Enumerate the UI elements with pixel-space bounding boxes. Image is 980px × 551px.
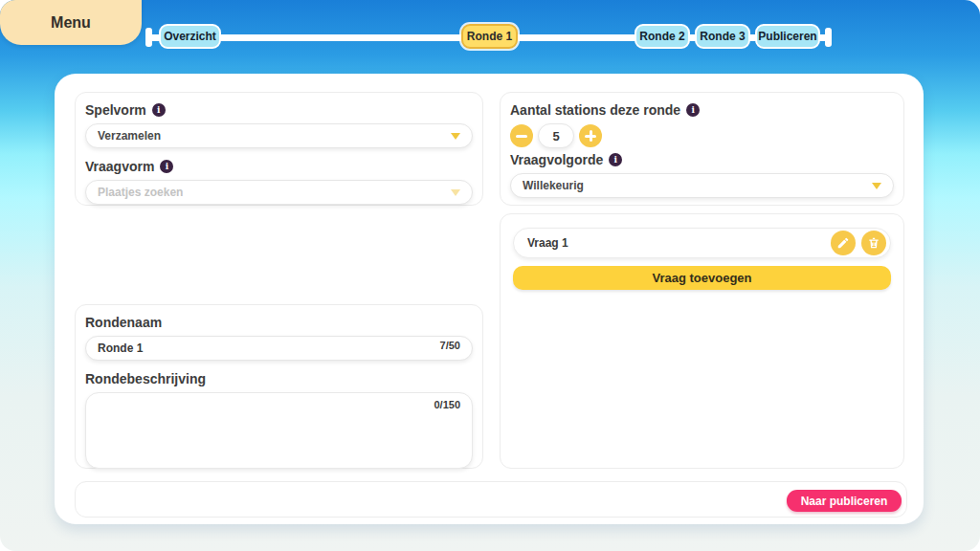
tab-ronde-1[interactable]: Ronde 1 — [461, 24, 518, 49]
tab-ronde-2[interactable]: Ronde 2 — [635, 24, 690, 49]
plus-button[interactable] — [579, 124, 602, 147]
rondenaam-field-wrap: 7/50 — [85, 336, 473, 361]
spelvorm-value: Verzamelen — [98, 129, 161, 143]
chevron-down-icon — [872, 183, 881, 189]
stepper-end-cap — [825, 28, 832, 47]
chevron-down-icon — [451, 133, 460, 140]
stations-stepper — [510, 123, 894, 148]
vraagvorm-label: Vraagvorm — [85, 159, 473, 174]
tab-ronde-3[interactable]: Ronde 3 — [695, 24, 750, 49]
spelvorm-label: Spelvorm — [85, 102, 473, 118]
vraagvorm-select: Plaatjes zoeken — [85, 180, 473, 205]
info-icon[interactable] — [686, 103, 700, 117]
rondenaam-counter: 7/50 — [440, 337, 460, 351]
rondebeschrijving-field-wrap: 0/150 — [85, 392, 473, 469]
main-card: Spelvorm Verzamelen Vraagvorm Plaatjes z… — [55, 74, 924, 524]
spelvorm-label-text: Spelvorm — [85, 102, 146, 118]
vraagvolgorde-label-text: Vraagvolgorde — [510, 152, 603, 167]
vraagvorm-label-text: Vraagvorm — [85, 159, 154, 174]
question-row[interactable]: Vraag 1 — [513, 228, 891, 258]
info-icon[interactable] — [609, 153, 622, 166]
aantal-stations-label-text: Aantal stations deze ronde — [510, 102, 680, 118]
rondebeschrijving-label-text: Rondebeschrijving — [85, 371, 206, 386]
stations-count-input[interactable] — [538, 123, 574, 148]
rondebeschrijving-counter: 0/150 — [434, 399, 460, 410]
vraagvolgorde-value: Willekeurig — [523, 179, 584, 192]
rondenaam-label: Rondenaam — [85, 315, 473, 330]
delete-question-button[interactable] — [861, 231, 886, 255]
minus-button[interactable] — [510, 124, 533, 147]
info-icon[interactable] — [160, 160, 173, 173]
vraagvolgorde-select[interactable]: Willekeurig — [510, 173, 894, 198]
rondenaam-label-text: Rondenaam — [85, 315, 162, 330]
tab-publiceren[interactable]: Publiceren — [755, 24, 820, 49]
aantal-stations-label: Aantal stations deze ronde — [510, 102, 894, 118]
tab-overzicht[interactable]: Overzicht — [159, 24, 221, 49]
spelvorm-select[interactable]: Verzamelen — [85, 123, 473, 148]
footer-bar: Naar publiceren — [75, 481, 907, 518]
rondebeschrijving-input[interactable] — [98, 399, 430, 462]
add-question-button[interactable]: Vraag toevoegen — [513, 266, 891, 290]
question-title: Vraag 1 — [527, 236, 825, 250]
rondenaam-input[interactable] — [98, 342, 433, 355]
naar-publiceren-button[interactable]: Naar publiceren — [787, 490, 902, 512]
vraagvorm-value: Plaatjes zoeken — [98, 186, 183, 199]
questions-panel: Vraag 1 Vraag toevoegen — [500, 213, 904, 469]
round-settings-panel: Aantal stations deze ronde Vraagvolgorde… — [500, 92, 904, 206]
rondebeschrijving-label: Rondebeschrijving — [85, 371, 473, 386]
menu-button-label: Menu — [51, 14, 91, 32]
vraagvolgorde-label: Vraagvolgorde — [510, 152, 894, 167]
edit-question-button[interactable] — [831, 231, 856, 255]
stepper-start-cap — [145, 28, 152, 47]
pencil-icon — [836, 236, 850, 250]
game-form-panel: Spelvorm Verzamelen Vraagvorm Plaatjes z… — [75, 92, 483, 206]
app-screen: Menu Overzicht Ronde 1 Ronde 2 Ronde 3 P… — [0, 0, 980, 551]
info-icon[interactable] — [152, 103, 166, 117]
menu-button[interactable]: Menu — [0, 0, 142, 45]
chevron-down-icon — [451, 189, 460, 196]
round-info-panel: Rondenaam 7/50 Rondebeschrijving 0/150 — [75, 304, 483, 469]
trash-icon — [867, 236, 880, 250]
